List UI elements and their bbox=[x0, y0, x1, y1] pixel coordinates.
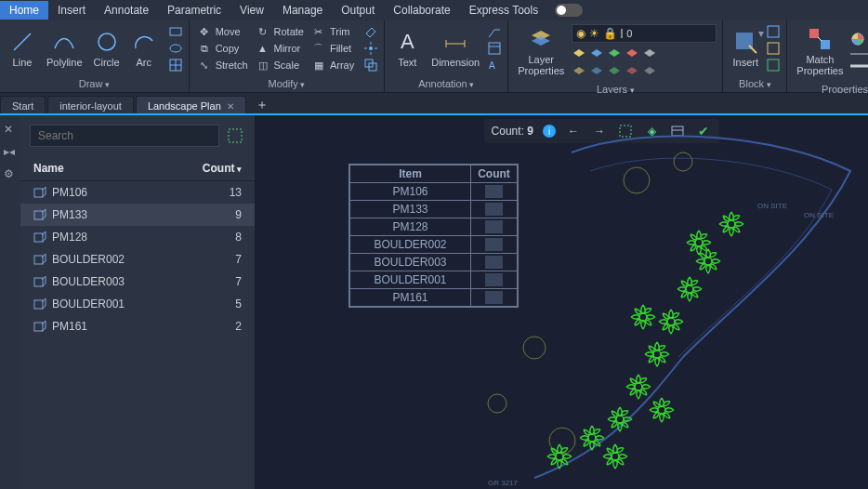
erase-icon[interactable] bbox=[363, 24, 378, 39]
tool-copy[interactable]: ⧉Copy bbox=[195, 41, 250, 56]
next-icon[interactable]: → bbox=[591, 123, 608, 139]
zoom-extents-icon[interactable] bbox=[617, 123, 634, 139]
panel-annotation-title[interactable]: Annotation bbox=[385, 76, 507, 93]
tool-text[interactable]: A Text bbox=[390, 27, 424, 70]
layer-tool-2[interactable] bbox=[589, 46, 604, 60]
edit-block-icon[interactable] bbox=[766, 41, 781, 56]
offset-icon[interactable] bbox=[363, 58, 378, 73]
layer-tool-5[interactable] bbox=[642, 46, 657, 60]
rectangle-icon[interactable] bbox=[168, 24, 183, 39]
leader-icon[interactable] bbox=[487, 24, 502, 39]
tool-arc[interactable]: Arc bbox=[127, 27, 161, 70]
layer-tool-4[interactable] bbox=[625, 46, 639, 60]
color-wheel-icon bbox=[850, 32, 865, 46]
menu-collaborate[interactable]: Collaborate bbox=[384, 1, 459, 20]
svg-rect-2 bbox=[170, 28, 181, 35]
create-block-icon[interactable] bbox=[766, 24, 781, 39]
fillet-icon: ⌒ bbox=[311, 41, 326, 56]
text-icon: A bbox=[394, 29, 420, 55]
tool-array[interactable]: ▦Array bbox=[309, 58, 356, 73]
palette-header[interactable]: Name Count bbox=[20, 156, 255, 181]
lineweight-control[interactable] bbox=[850, 49, 868, 59]
palette-row-BOULDER002[interactable]: BOULDER0027 bbox=[20, 248, 255, 271]
shrub-block bbox=[604, 403, 636, 435]
tool-polyline[interactable]: Polyline bbox=[43, 27, 86, 70]
layer-tool-6[interactable] bbox=[572, 63, 586, 78]
palette-row-BOULDER003[interactable]: BOULDER0037 bbox=[20, 271, 255, 293]
tool-insert[interactable]: Insert bbox=[729, 27, 762, 70]
linetype-control[interactable] bbox=[850, 61, 868, 71]
drawing-canvas[interactable]: Count: 9 i ← → ◈ ✔ ItemCount PM1060PM133… bbox=[256, 115, 868, 489]
layer-tool-8[interactable] bbox=[607, 63, 622, 78]
search-input[interactable] bbox=[30, 125, 219, 147]
svg-text:GR 3217: GR 3217 bbox=[488, 479, 519, 487]
highlight-icon[interactable]: ◈ bbox=[643, 123, 660, 139]
menu-annotate[interactable]: Annotate bbox=[95, 1, 158, 20]
palette-rail: ✕ ▸◂ ⚙ bbox=[0, 115, 20, 489]
tool-scale[interactable]: ◫Scale bbox=[254, 58, 306, 73]
palette-row-PM161[interactable]: PM1612 bbox=[20, 315, 255, 337]
tab-interior-layout[interactable]: interior-layout bbox=[47, 96, 134, 115]
menu-parametric[interactable]: Parametric bbox=[158, 1, 230, 20]
panel-block-title[interactable]: Block bbox=[723, 76, 786, 93]
insert-count-icon[interactable] bbox=[669, 123, 686, 139]
layer-tool-7[interactable] bbox=[589, 63, 604, 78]
tool-rotate[interactable]: ↻Rotate bbox=[254, 24, 306, 39]
info-icon[interactable]: i bbox=[543, 125, 556, 138]
panel-draw-title[interactable]: Draw bbox=[0, 76, 189, 93]
tool-mirror[interactable]: ▲Mirror bbox=[254, 41, 306, 56]
lightbulb-icon: ◉ bbox=[576, 27, 585, 40]
prev-icon[interactable]: ← bbox=[565, 123, 582, 139]
palette-row-PM128[interactable]: PM1288 bbox=[20, 226, 255, 248]
select-objects-icon[interactable] bbox=[225, 126, 245, 146]
palette-row-PM106[interactable]: PM10613 bbox=[20, 181, 255, 204]
tool-layer-properties[interactable]: Layer Properties bbox=[514, 24, 568, 78]
layer-tool-10[interactable] bbox=[642, 63, 657, 78]
mtext-icon[interactable]: A bbox=[487, 58, 502, 73]
tool-line[interactable]: Line bbox=[6, 27, 39, 70]
layer-tool-3[interactable] bbox=[607, 46, 622, 60]
layer-tool-9[interactable] bbox=[625, 63, 639, 78]
dimension-icon bbox=[442, 29, 468, 55]
tool-match-properties[interactable]: Match Properties bbox=[793, 24, 847, 78]
svg-rect-17 bbox=[489, 43, 500, 54]
close-icon[interactable]: ✕ bbox=[227, 101, 234, 112]
theme-switch[interactable] bbox=[555, 4, 583, 17]
tool-move[interactable]: ✥Move bbox=[195, 24, 250, 39]
tab-new[interactable]: ＋ bbox=[248, 95, 276, 115]
tool-stretch[interactable]: ⤡Stretch bbox=[195, 58, 250, 73]
tab-start[interactable]: Start bbox=[0, 96, 46, 115]
close-palette-icon[interactable]: ✕ bbox=[4, 123, 17, 136]
attribute-icon[interactable] bbox=[766, 58, 781, 73]
hatch-icon[interactable] bbox=[168, 58, 183, 73]
layer-tool-1[interactable] bbox=[572, 46, 586, 60]
ellipse-icon[interactable] bbox=[168, 41, 183, 56]
rotate-icon: ↻ bbox=[256, 24, 270, 39]
tool-circle[interactable]: Circle bbox=[90, 27, 124, 70]
explode-icon[interactable] bbox=[363, 41, 378, 56]
svg-point-41 bbox=[674, 152, 692, 171]
color-control[interactable]: ByL bbox=[850, 32, 868, 46]
menu-home[interactable]: Home bbox=[0, 1, 48, 20]
menu-output[interactable]: Output bbox=[332, 1, 384, 20]
shrub-block bbox=[627, 301, 659, 333]
palette-row-BOULDER001[interactable]: BOULDER0015 bbox=[20, 293, 255, 315]
workspace: ✕ ▸◂ ⚙ Name Count PM10613PM1339PM1288BOU… bbox=[0, 115, 868, 489]
array-icon: ▦ bbox=[311, 58, 326, 73]
layer-combo[interactable]: ◉ ☀ 🔒 ▾ bbox=[572, 24, 717, 43]
menu-manage[interactable]: Manage bbox=[273, 1, 332, 20]
layer-properties-icon bbox=[528, 26, 554, 52]
confirm-icon[interactable]: ✔ bbox=[695, 123, 712, 139]
panel-modify-title[interactable]: Modify bbox=[190, 76, 385, 93]
menu-express-tools[interactable]: Express Tools bbox=[460, 1, 547, 20]
tab-landscape-plan[interactable]: Landscape Plan✕ bbox=[136, 96, 246, 115]
table-icon[interactable] bbox=[487, 41, 502, 56]
menu-insert[interactable]: Insert bbox=[48, 1, 95, 20]
tool-fillet[interactable]: ⌒Fillet bbox=[309, 41, 356, 56]
menu-view[interactable]: View bbox=[230, 1, 273, 20]
palette-row-PM133[interactable]: PM1339 bbox=[20, 204, 255, 226]
tool-dimension[interactable]: Dimension bbox=[427, 27, 483, 70]
gear-icon[interactable]: ⚙ bbox=[4, 167, 17, 180]
tool-trim[interactable]: ✂Trim bbox=[309, 24, 356, 39]
dock-icon[interactable]: ▸◂ bbox=[4, 145, 17, 158]
